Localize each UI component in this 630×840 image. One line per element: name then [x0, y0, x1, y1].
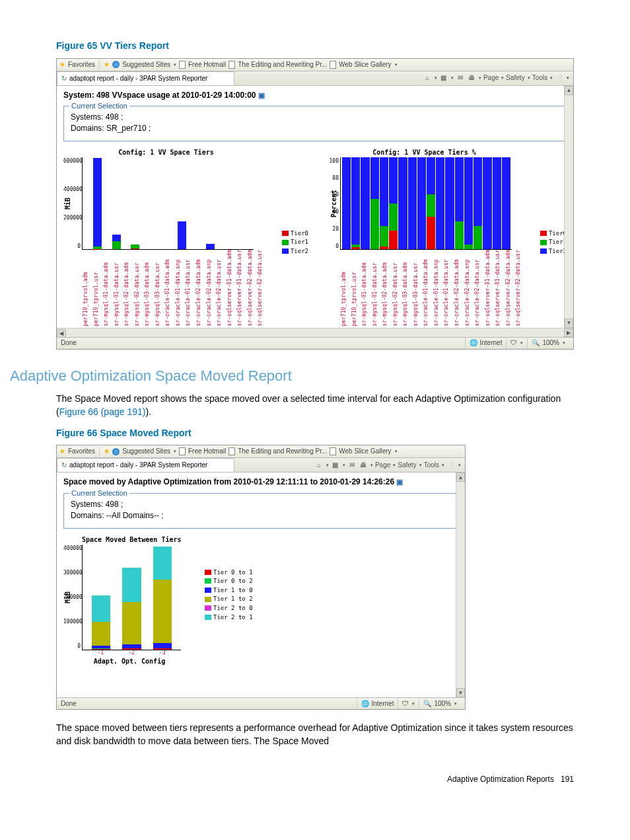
command-bar: ⌂▾ ▦▾ ✉ 🖶▾ Page▾ Safety▾ Tools▾ ❔▾ [423, 73, 573, 83]
bar [483, 157, 491, 249]
report-content: System: 498 VVspace usage at 2010-01-29 … [57, 86, 573, 337]
page-icon [330, 447, 336, 455]
feeds-icon[interactable]: ▦ [439, 73, 448, 83]
fav-item-3[interactable]: Web Slice Gallery [339, 447, 391, 456]
vertical-scrollbar[interactable]: ▲ ▼ [564, 86, 573, 328]
bar [140, 157, 149, 249]
bar [436, 157, 444, 249]
bar [159, 157, 168, 249]
swatch-21 [205, 615, 211, 620]
favorites-label[interactable]: Favorites [68, 60, 95, 69]
y-axis-label: Percent [330, 190, 339, 217]
tab-bar: ↻ adaptopt report - daily - 3PAR System … [57, 71, 573, 86]
browser-window-66: ★ Favorites ★ Suggested Sites▾ Free Hotm… [56, 445, 466, 710]
home-icon[interactable]: ⌂ [423, 73, 432, 83]
scroll-up-icon[interactable]: ▲ [456, 473, 465, 482]
status-zoom[interactable]: 🔍100% ▾ [419, 698, 461, 709]
chart-abs: Config: 1 VV Space Tiers 600000 400000 2… [63, 148, 269, 337]
mail-icon[interactable]: ✉ [347, 461, 357, 470]
refresh-icon: ↻ [61, 461, 67, 470]
fav-item-0[interactable]: Suggested Sites [122, 447, 170, 456]
scroll-down-icon[interactable]: ▼ [565, 319, 573, 328]
page-icon [228, 61, 235, 69]
bar [168, 157, 177, 249]
swatch-tier1 [282, 240, 289, 245]
mail-icon[interactable]: ✉ [456, 73, 465, 83]
status-bar: Done 🌐Internet 🛡 ▾ 🔍100% ▾ [57, 337, 573, 349]
fav-item-3[interactable]: Web Slice Gallery [339, 60, 391, 69]
fav-item-2[interactable]: The Editing and Rewriting Pr... [238, 447, 327, 456]
cmd-page[interactable]: Page [375, 461, 390, 470]
cmd-safety[interactable]: Safety [506, 73, 524, 83]
x-axis-label: Adapt. Opt. Config [63, 657, 195, 666]
swatch-10 [205, 588, 211, 593]
add-favorite-icon[interactable]: ★ [104, 60, 110, 69]
details-icon[interactable]: ▣ [396, 478, 403, 486]
bar [93, 157, 102, 249]
bar [92, 545, 110, 650]
bar [473, 157, 482, 249]
swatch-01 [205, 570, 211, 575]
page-icon [179, 447, 186, 455]
scroll-down-icon[interactable]: ▼ [456, 688, 465, 697]
status-done: Done [61, 338, 77, 348]
help-icon[interactable]: ❔ [555, 73, 564, 83]
scroll-left-icon[interactable]: ◀ [57, 329, 66, 337]
browser-window-65: ★ Favorites ★ Suggested Sites▾ Free Hotm… [56, 58, 574, 350]
swatch-02 [205, 578, 211, 584]
bar [197, 157, 205, 249]
cmd-tools[interactable]: Tools [532, 73, 547, 83]
trailing-paragraph: The space moved between tiers represents… [56, 722, 574, 747]
print-icon[interactable]: 🖶 [359, 461, 368, 470]
bar [445, 157, 454, 249]
x-labels: per710_tprvol.admper710_tprvol.usrsr-mys… [340, 250, 527, 326]
favorites-star-icon[interactable]: ★ [59, 60, 65, 69]
browser-tab[interactable]: ↻ adaptopt report - daily - 3PAR System … [57, 458, 234, 472]
bar [234, 157, 243, 249]
bar [112, 157, 121, 249]
scroll-up-icon[interactable]: ▲ [565, 86, 573, 95]
current-selection-box: Current Selection Systems: 498 ; Domains… [63, 106, 567, 141]
cmd-page[interactable]: Page [483, 73, 499, 83]
protected-mode-icon[interactable]: 🛡 ▾ [398, 698, 419, 709]
add-favorite-icon[interactable]: ★ [104, 447, 110, 456]
fav-item-2[interactable]: The Editing and Rewriting Pr... [238, 60, 327, 69]
cmd-safety[interactable]: Safety [398, 461, 416, 470]
details-icon[interactable]: ▣ [258, 91, 265, 99]
vertical-scrollbar[interactable]: ▲ ▼ [456, 473, 465, 697]
bar [370, 157, 379, 249]
feeds-icon[interactable]: ▦ [331, 461, 340, 470]
browser-tab[interactable]: ↻ adaptopt report - daily - 3PAR System … [57, 71, 234, 85]
y-axis-label: MiB [63, 592, 73, 603]
x-labels: -1 -2 -3 [82, 650, 181, 656]
fav-item-1[interactable]: Free Hotmail [188, 60, 226, 69]
tab-title: adaptopt report - daily - 3PAR System Re… [69, 74, 207, 83]
selection-domains: Domains: --All Domains-- ; [71, 510, 451, 521]
y-axis-label: MiB [63, 198, 73, 210]
bar [351, 157, 360, 249]
swatch-tier0 [282, 231, 289, 236]
page-icon [228, 447, 235, 455]
current-selection-box: Current Selection Systems: 498 ; Domains… [63, 493, 458, 529]
report-title: Space moved by Adaptive Optimization fro… [63, 477, 458, 488]
bar [408, 157, 417, 249]
fav-item-1[interactable]: Free Hotmail [188, 447, 226, 456]
home-icon[interactable]: ⌂ [314, 461, 324, 470]
help-icon[interactable]: ❔ [446, 461, 456, 470]
horizontal-scrollbar[interactable]: ◀ ▶ [57, 328, 573, 337]
status-zoom[interactable]: 🔍100% ▾ [527, 338, 569, 349]
scroll-right-icon[interactable]: ▶ [564, 328, 573, 337]
internet-icon: 🌐 [361, 699, 369, 708]
print-icon[interactable]: 🖶 [467, 73, 476, 83]
favorites-label[interactable]: Favorites [68, 447, 95, 456]
protected-mode-icon[interactable]: 🛡 ▾ [506, 338, 527, 349]
favorites-star-icon[interactable]: ★ [59, 447, 65, 456]
bar [122, 157, 130, 249]
bar [215, 157, 224, 249]
swatch-tier2 [282, 248, 289, 254]
chart-pct: Config: 1 VV Space Tiers % 100 80 60 40 … [322, 148, 527, 337]
fav-item-0[interactable]: Suggested Sites [122, 60, 170, 69]
cmd-tools[interactable]: Tools [424, 461, 439, 470]
command-bar: ⌂▾ ▦▾ ✉ 🖶▾ Page▾ Safety▾ Tools▾ ❔▾ [314, 461, 465, 470]
figure-66-link[interactable]: Figure 66 (page 191) [59, 406, 146, 417]
